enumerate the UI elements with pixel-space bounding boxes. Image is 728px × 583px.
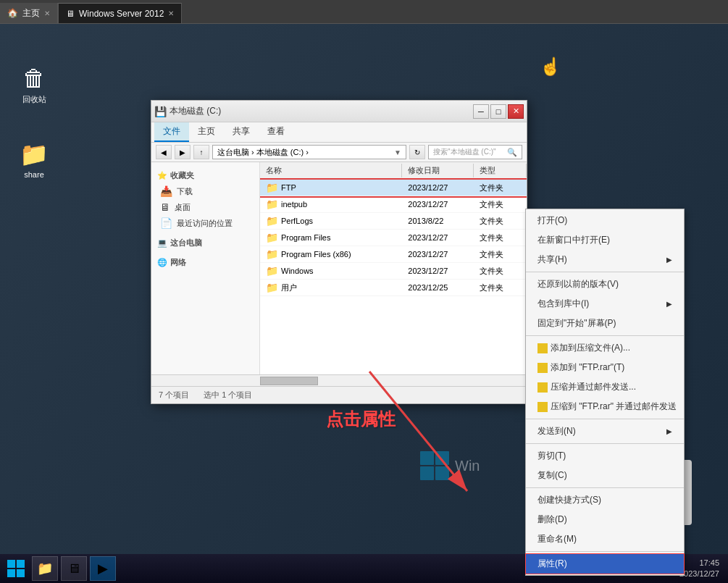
- file-date-ftp: 2023/12/27: [402, 183, 474, 193]
- maximize-button[interactable]: □: [490, 104, 506, 119]
- clock-time: 17:45: [679, 558, 719, 569]
- svg-rect-4: [7, 569, 15, 577]
- col-header-date[interactable]: 修改日期: [402, 164, 474, 177]
- thispc-label: 这台电脑: [170, 238, 202, 248]
- context-menu: 打开(O) 在新窗口中打开(E) 共享(H) ▶ 还原到以前的版本(V) 包含到…: [525, 209, 685, 576]
- menu-add-archive[interactable]: 添加到压缩文件(A)...: [526, 338, 684, 358]
- network-header: 🌐 网络: [151, 255, 259, 270]
- sidebar-download[interactable]: 📥 下载: [151, 183, 259, 199]
- menu-sep-3: [526, 419, 684, 419]
- menu-sep-4: [526, 443, 684, 444]
- sidebar-recent[interactable]: 📄 最近访问的位置: [151, 215, 259, 231]
- menu-delete[interactable]: 删除(D): [526, 510, 684, 529]
- menu-pin-start[interactable]: 固定到"开始"屏幕(P): [526, 314, 684, 333]
- explorer-main: ⭐ 收藏夹 📥 下载 🖥 桌面 📄 最近访问的位置: [151, 162, 527, 374]
- menu-open[interactable]: 打开(O): [526, 211, 684, 230]
- taskbar-terminal-btn[interactable]: ▶: [90, 556, 116, 581]
- up-button[interactable]: ↑: [193, 145, 209, 159]
- file-list: 名称 修改日期 类型 📁 FTP 2023/12/27 文件夹 📁: [260, 162, 527, 374]
- thispc-header: 💻 这台电脑: [151, 235, 259, 251]
- minimize-button[interactable]: ─: [473, 104, 489, 119]
- menu-cut[interactable]: 剪切(T): [526, 446, 684, 466]
- file-item-windows[interactable]: 📁 Windows 2023/12/27 文件夹: [260, 263, 527, 280]
- menu-share[interactable]: 共享(H) ▶: [526, 250, 684, 269]
- favorites-label: 收藏夹: [170, 170, 194, 181]
- menu-compress-email[interactable]: 压缩并通过邮件发送...: [526, 377, 684, 397]
- menu-copy[interactable]: 复制(C): [526, 466, 684, 485]
- status-bar: 7 个项目 选中 1 个项目: [151, 386, 527, 403]
- search-box[interactable]: 搜索"本地磁盘 (C:)" 🔍: [428, 145, 522, 159]
- windows-watermark-text: Win: [455, 458, 480, 474]
- file-item-users[interactable]: 📁 用户 2023/12/25 文件夹: [260, 280, 527, 296]
- back-button[interactable]: ◀: [156, 145, 172, 159]
- selected-status: 选中 1 个项目: [204, 390, 252, 400]
- favorites-header: ⭐ 收藏夹: [151, 168, 259, 183]
- server-tab-label: Windows Server 2012: [79, 9, 164, 19]
- annotation-text: 点击属性: [326, 408, 396, 431]
- menu-create-shortcut[interactable]: 创建快捷方式(S): [526, 490, 684, 510]
- file-name-ftp: 📁 FTP: [260, 181, 402, 194]
- taskbar-cmd-btn[interactable]: 🖥: [61, 556, 87, 581]
- file-type-ftp: 文件夹: [474, 182, 527, 194]
- home-tab-close[interactable]: ✕: [44, 9, 50, 17]
- home-tab-icon: 🏠: [7, 8, 18, 18]
- menu-sep-1: [526, 272, 684, 272]
- menu-sep-5: [526, 487, 684, 488]
- file-item-inetpub[interactable]: 📁 inetpub 2023/12/27 文件夹: [260, 196, 527, 213]
- server-tab-close[interactable]: ✕: [168, 9, 174, 17]
- refresh-button[interactable]: ↻: [409, 145, 425, 159]
- share-submenu-arrow: ▶: [666, 256, 672, 264]
- taskbar-clock: 17:45 2023/12/27: [679, 558, 719, 580]
- file-count-status: 7 个项目: [159, 390, 189, 400]
- search-icon: 🔍: [507, 148, 517, 157]
- sidebar-desktop[interactable]: 🖥 桌面: [151, 199, 259, 215]
- menu-restore[interactable]: 还原到以前的版本(V): [526, 274, 684, 294]
- share-folder-icon[interactable]: 📁 share: [11, 140, 57, 179]
- scroll-thumb[interactable]: [260, 377, 318, 385]
- col-header-name[interactable]: 名称: [260, 164, 402, 177]
- address-path[interactable]: 这台电脑 › 本地磁盘 (C:) › ▼: [212, 145, 406, 159]
- share-folder-label: share: [24, 170, 44, 179]
- menu-library[interactable]: 包含到库中(I) ▶: [526, 294, 684, 314]
- explorer-window-icon: 💾: [154, 106, 167, 117]
- menu-send-to[interactable]: 发送到(N) ▶: [526, 421, 684, 441]
- file-item-ftp[interactable]: 📁 FTP 2023/12/27 文件夹: [260, 180, 527, 196]
- ribbon-tab-share[interactable]: 共享: [224, 122, 259, 142]
- horizontal-scrollbar[interactable]: [151, 374, 527, 386]
- menu-compress-rar-email[interactable]: 压缩到 "FTP.rar" 并通过邮件发送: [526, 397, 684, 416]
- menu-rename[interactable]: 重命名(M): [526, 529, 684, 549]
- address-bar: ◀ ▶ ↑ 这台电脑 › 本地磁盘 (C:) › ▼ ↻ 搜索"本地磁盘 (C:…: [151, 143, 527, 162]
- tab-server[interactable]: 🖥 Windows Server 2012 ✕: [58, 3, 182, 23]
- windows-watermark: Win: [420, 451, 480, 480]
- file-item-programfiles-x86[interactable]: 📁 Program Files (x86) 2023/12/27 文件夹: [260, 246, 527, 263]
- ribbon-tab-file[interactable]: 文件: [154, 122, 189, 142]
- dropdown-icon: ▼: [394, 148, 401, 156]
- start-button[interactable]: [3, 555, 29, 582]
- col-header-type[interactable]: 类型: [474, 164, 527, 177]
- cursor: ☝: [540, 56, 561, 77]
- ribbon-tab-view[interactable]: 查看: [259, 122, 293, 142]
- file-item-perflogs[interactable]: 📁 PerfLogs 2013/8/22 文件夹: [260, 213, 527, 230]
- recycle-bin-label: 回收站: [22, 94, 46, 105]
- sidebar-download-label: 下载: [177, 186, 193, 197]
- tab-home[interactable]: 🏠 主页 ✕: [0, 3, 58, 23]
- desktop: 🗑 回收站 📁 share ☝ 💾 本地磁盘 (C:) ─ □ ✕ 文件 主页: [0, 24, 728, 554]
- svg-rect-5: [17, 569, 25, 577]
- explorer-window-title: 本地磁盘 (C:): [170, 105, 221, 117]
- taskbar-explorer-btn[interactable]: 📁: [32, 556, 58, 581]
- menu-properties[interactable]: 属性(R): [526, 554, 684, 574]
- file-list-header: 名称 修改日期 类型: [260, 162, 527, 180]
- network-label: 网络: [170, 257, 186, 268]
- file-item-programfiles[interactable]: 📁 Program Files 2023/12/27 文件夹: [260, 230, 527, 246]
- svg-rect-2: [7, 560, 15, 568]
- ribbon-tab-home[interactable]: 主页: [189, 122, 224, 142]
- explorer-window: 💾 本地磁盘 (C:) ─ □ ✕ 文件 主页 共享 查看 ◀ ▶ ↑: [151, 100, 527, 404]
- menu-add-rar[interactable]: 添加到 "FTP.rar"(T): [526, 358, 684, 377]
- home-tab-label: 主页: [22, 7, 40, 20]
- menu-sep-2: [526, 335, 684, 336]
- menu-open-new[interactable]: 在新窗口中打开(E): [526, 230, 684, 250]
- forward-button[interactable]: ▶: [175, 145, 191, 159]
- recycle-bin-icon[interactable]: 🗑 回收站: [11, 64, 57, 105]
- ribbon: 文件 主页 共享 查看: [151, 122, 527, 143]
- close-button[interactable]: ✕: [508, 104, 524, 119]
